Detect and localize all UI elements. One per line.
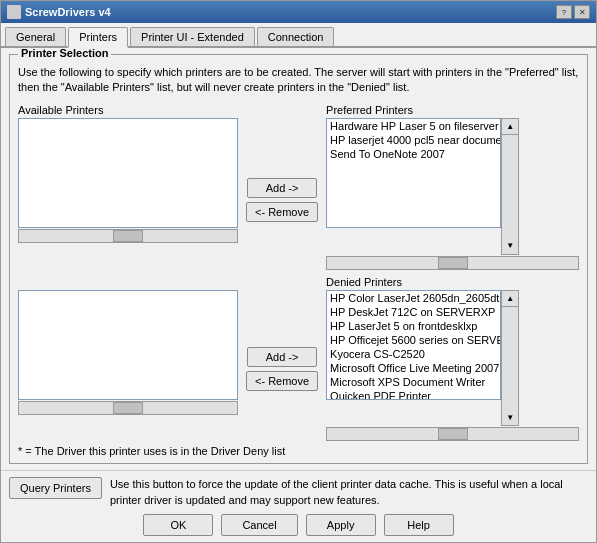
- add-denied-button[interactable]: Add ->: [247, 347, 317, 367]
- left-panel: Available Printers: [18, 104, 238, 441]
- query-description: Use this button to force the update of t…: [110, 477, 588, 508]
- available-h-scrollbar[interactable]: [18, 229, 238, 243]
- preferred-printers-listbox[interactable]: Hardware HP Laser 5 on fileserver HP las…: [326, 118, 501, 228]
- description-text: Use the following to specify which print…: [18, 65, 579, 96]
- denied-area: Denied Printers HP Color LaserJet 2605dn…: [326, 276, 579, 442]
- list-item[interactable]: HP DeskJet 712C on SERVERXP: [327, 305, 500, 319]
- tab-bar: General Printers Printer UI - Extended C…: [1, 23, 596, 48]
- bottom-bar: Query Printers Use this button to force …: [1, 470, 596, 542]
- cancel-button[interactable]: Cancel: [221, 514, 297, 536]
- preferred-with-scroll: Hardware HP Laser 5 on fileserver HP las…: [326, 118, 579, 255]
- preferred-h-scrollbar[interactable]: [326, 256, 579, 270]
- lists-area: Available Printers: [18, 104, 579, 441]
- preferred-label: Preferred Printers: [326, 104, 579, 116]
- help-button[interactable]: ?: [556, 5, 572, 19]
- denied-label: Denied Printers: [326, 276, 579, 288]
- available-h-thumb: [113, 230, 143, 242]
- window-title: ScrewDrivers v4: [25, 6, 111, 18]
- action-buttons: OK Cancel Apply Help: [9, 514, 588, 536]
- query-printers-button[interactable]: Query Printers: [9, 477, 102, 499]
- help-dialog-button[interactable]: Help: [384, 514, 454, 536]
- tab-content: Printer Selection Use the following to s…: [1, 48, 596, 470]
- available-label: Available Printers: [18, 104, 238, 116]
- main-window: ScrewDrivers v4 ? ✕ General Printers Pri…: [0, 0, 597, 543]
- title-bar-left: ScrewDrivers v4: [7, 5, 111, 19]
- list-item[interactable]: HP LaserJet 5 on frontdesklxp: [327, 319, 500, 333]
- group-label: Printer Selection: [18, 48, 111, 59]
- list-item[interactable]: Hardware HP Laser 5 on fileserver: [327, 119, 500, 133]
- remove-preferred-button[interactable]: <- Remove: [246, 202, 318, 222]
- available-denied-h-thumb: [113, 402, 143, 414]
- available-printers-denied-listbox[interactable]: [18, 290, 238, 400]
- preferred-area: Preferred Printers Hardware HP Laser 5 o…: [326, 104, 579, 270]
- add-preferred-button[interactable]: Add ->: [247, 178, 317, 198]
- list-item[interactable]: Quicken PDF Printer: [327, 389, 500, 400]
- preferred-scroll-buttons: ▲ ▼: [501, 118, 519, 255]
- denied-with-scroll: HP Color LaserJet 2605dn_2605dtn PCL HP …: [326, 290, 579, 427]
- denied-scroll-up[interactable]: ▲: [502, 291, 518, 307]
- available-printers-listbox[interactable]: [18, 118, 238, 228]
- tab-printers[interactable]: Printers: [68, 27, 128, 48]
- preferred-scroll-down[interactable]: ▼: [502, 238, 518, 254]
- app-icon: [7, 5, 21, 19]
- query-row: Query Printers Use this button to force …: [9, 477, 588, 508]
- footer-note: * = The Driver this printer uses is in t…: [18, 445, 579, 457]
- ok-button[interactable]: OK: [143, 514, 213, 536]
- list-item[interactable]: Microsoft Office Live Meeting 2007 Docu: [327, 361, 500, 375]
- list-item[interactable]: HP laserjet 4000 pcl5 near document cent…: [327, 133, 500, 147]
- denied-h-scrollbar[interactable]: [326, 427, 579, 441]
- tab-printer-ui-extended[interactable]: Printer UI - Extended: [130, 27, 255, 46]
- denied-printers-listbox[interactable]: HP Color LaserJet 2605dn_2605dtn PCL HP …: [326, 290, 501, 400]
- list-item[interactable]: HP Officejet 5600 series on SERVERXP: [327, 333, 500, 347]
- denied-scroll-down[interactable]: ▼: [502, 409, 518, 425]
- denied-h-thumb: [438, 428, 468, 440]
- apply-button[interactable]: Apply: [306, 514, 376, 536]
- tab-general[interactable]: General: [5, 27, 66, 46]
- close-button[interactable]: ✕: [574, 5, 590, 19]
- denied-scroll-buttons: ▲ ▼: [501, 290, 519, 427]
- preferred-scroll-up[interactable]: ▲: [502, 119, 518, 135]
- title-bar: ScrewDrivers v4 ? ✕: [1, 1, 596, 23]
- title-buttons: ? ✕: [556, 5, 590, 19]
- list-item[interactable]: Kyocera CS-C2520: [327, 347, 500, 361]
- printer-selection-group: Printer Selection Use the following to s…: [9, 54, 588, 464]
- preferred-h-thumb: [438, 257, 468, 269]
- tab-connection[interactable]: Connection: [257, 27, 335, 46]
- available-denied-h-scrollbar[interactable]: [18, 401, 238, 415]
- right-panel: Preferred Printers Hardware HP Laser 5 o…: [326, 104, 579, 441]
- list-item[interactable]: HP Color LaserJet 2605dn_2605dtn PCL: [327, 291, 500, 305]
- list-item[interactable]: Send To OneNote 2007: [327, 147, 500, 161]
- remove-denied-button[interactable]: <- Remove: [246, 371, 318, 391]
- list-item[interactable]: Microsoft XPS Document Writer: [327, 375, 500, 389]
